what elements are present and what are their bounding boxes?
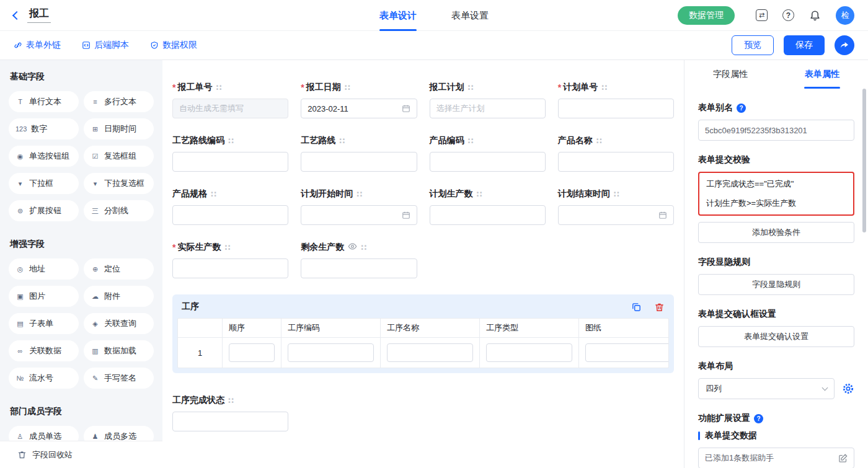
form-field[interactable]: * 工艺路线编码 ∷: [172, 135, 288, 172]
sidebar-field-item[interactable]: ◈ 关联查询: [84, 313, 154, 334]
field-input[interactable]: [172, 412, 288, 431]
form-field[interactable]: * 剩余生产数 ∷: [301, 241, 417, 278]
field-input[interactable]: [301, 152, 417, 172]
subform-cell-input[interactable]: [288, 343, 374, 362]
drag-handle-icon[interactable]: ∷: [339, 137, 345, 145]
sidebar-field-item[interactable]: ◎ 地址: [9, 258, 79, 280]
sidebar-field-item[interactable]: 123 数字: [9, 118, 79, 139]
field-input[interactable]: [430, 152, 546, 172]
form-field[interactable]: * 计划单号 ∷: [558, 81, 674, 118]
sidebar-field-item[interactable]: ≡ 多行文本: [84, 91, 154, 112]
validation-rule[interactable]: 工序完成状态=="已完成": [706, 179, 846, 190]
field-input[interactable]: [301, 205, 417, 225]
sidebar-field-item[interactable]: 三 分割线: [84, 200, 154, 221]
sidebar-field-item[interactable]: ◉ 单选按钮组: [9, 146, 79, 167]
field-input[interactable]: [172, 258, 288, 278]
drag-handle-icon[interactable]: ∷: [228, 397, 234, 405]
field-input[interactable]: [172, 152, 288, 172]
sidebar-field-item[interactable]: ▾ 下拉复选框: [84, 173, 154, 194]
drag-handle-icon[interactable]: ∷: [356, 190, 362, 198]
field-input[interactable]: [558, 99, 674, 118]
form-field[interactable]: * 产品规格 ∷: [172, 188, 288, 225]
help-icon[interactable]: ?: [782, 9, 794, 21]
form-field[interactable]: * 报工日期 ∷ 2023-02-11: [301, 81, 417, 118]
form-field[interactable]: * 报工单号 ∷ 自动生成无需填写: [172, 81, 288, 118]
form-field[interactable]: * 计划生产数 ∷: [430, 188, 546, 225]
subform-copy-button[interactable]: [631, 302, 642, 312]
sidebar-field-item[interactable]: ∞ 关联数据: [9, 340, 79, 361]
form-field[interactable]: * 报工计划 ∷ 选择生产计划: [430, 81, 546, 118]
sidebar-field-item[interactable]: ▥ 数据加载: [84, 340, 154, 361]
drag-handle-icon[interactable]: ∷: [361, 244, 366, 252]
field-input[interactable]: [558, 152, 674, 172]
add-validation-button[interactable]: 添加校验条件: [698, 222, 854, 243]
field-input[interactable]: [430, 205, 546, 225]
sidebar-field-item[interactable]: ☑ 复选框组: [84, 146, 154, 167]
drag-handle-icon[interactable]: ∷: [468, 137, 474, 145]
data-permission-item[interactable]: 数据权限: [150, 40, 197, 51]
hidden-eye-icon[interactable]: [348, 242, 357, 253]
sidebar-field-item[interactable]: ⊞ 日期时间: [84, 118, 154, 139]
extension-help-icon[interactable]: ?: [754, 414, 763, 423]
field-input[interactable]: 选择生产计划: [430, 99, 546, 118]
layout-gear-button[interactable]: [842, 382, 854, 395]
validation-rule[interactable]: 计划生产数>=实际生产数: [706, 198, 846, 209]
form-field[interactable]: * 计划结束时间 ∷: [558, 188, 674, 225]
backend-script-item[interactable]: 后端脚本: [82, 40, 129, 51]
form-field[interactable]: * 实际生产数 ∷: [172, 241, 288, 278]
sidebar-field-item[interactable]: ▤ 子表单: [9, 313, 79, 334]
form-field[interactable]: * 工艺路线 ∷: [301, 135, 417, 172]
submit-confirm-button[interactable]: 表单提交确认设置: [698, 326, 854, 347]
calendar-icon[interactable]: [402, 211, 410, 219]
notification-bell-icon[interactable]: [809, 9, 821, 21]
sidebar-field-item[interactable]: ⊕ 定位: [84, 258, 154, 280]
subform-cell-input[interactable]: [387, 343, 473, 362]
external-link-item[interactable]: 表单外链: [14, 40, 61, 51]
sidebar-field-item[interactable]: ▣ 图片: [9, 286, 79, 307]
back-icon[interactable]: [12, 11, 21, 20]
drag-handle-icon[interactable]: ∷: [345, 84, 350, 92]
alias-help-icon[interactable]: ?: [737, 104, 746, 113]
panel-scrollbar[interactable]: [862, 89, 866, 232]
form-field[interactable]: * 产品编码 ∷: [430, 135, 546, 172]
field-input[interactable]: 自动生成无需填写: [172, 99, 288, 118]
sidebar-field-item[interactable]: ⊜ 扩展按钮: [9, 200, 79, 221]
form-field[interactable]: * 工序完成状态 ∷: [172, 394, 288, 431]
calendar-icon[interactable]: [658, 211, 667, 219]
tab-form-settings[interactable]: 表单设置: [451, 0, 489, 31]
tab-form-design[interactable]: 表单设计: [379, 0, 417, 31]
drag-handle-icon[interactable]: ∷: [614, 190, 619, 198]
tab-form-properties[interactable]: 表单属性: [776, 60, 868, 89]
field-input[interactable]: 2023-02-11: [301, 99, 417, 118]
form-field[interactable]: * 产品名称 ∷: [558, 135, 674, 172]
data-manage-button[interactable]: 数据管理: [678, 6, 735, 25]
subform-delete-button[interactable]: [654, 302, 665, 312]
avatar[interactable]: 检: [836, 6, 854, 25]
sidebar-field-item[interactable]: ▾ 下拉框: [9, 173, 79, 194]
subform-cell-input[interactable]: [486, 343, 572, 362]
drag-handle-icon[interactable]: ∷: [477, 190, 482, 198]
field-input[interactable]: [172, 205, 288, 225]
visibility-rules-button[interactable]: 字段显隐规则: [698, 274, 854, 295]
sidebar-field-item[interactable]: ☁ 附件: [84, 286, 154, 307]
preview-button[interactable]: 预览: [732, 35, 774, 55]
layout-select[interactable]: 四列: [698, 378, 835, 399]
workspace-switch-icon[interactable]: ⇄: [756, 9, 768, 21]
subform-cell-input[interactable]: [229, 343, 275, 362]
drag-handle-icon[interactable]: ∷: [468, 84, 474, 92]
field-input[interactable]: [301, 258, 417, 278]
sidebar-field-item[interactable]: T 单行文本: [9, 91, 79, 112]
drag-handle-icon[interactable]: ∷: [596, 137, 602, 145]
sidebar-field-item[interactable]: ✎ 手写签名: [84, 368, 154, 389]
save-button[interactable]: 保存: [784, 35, 825, 55]
tab-field-properties[interactable]: 字段属性: [684, 60, 776, 89]
drag-handle-icon[interactable]: ∷: [228, 137, 234, 145]
calendar-icon[interactable]: [402, 104, 410, 113]
form-alias-input[interactable]: 5cbc0e919f52235f3b313201: [698, 120, 854, 141]
drag-handle-icon[interactable]: ∷: [216, 84, 221, 92]
share-button[interactable]: [835, 35, 854, 55]
drag-handle-icon[interactable]: ∷: [601, 84, 607, 92]
subform-cell-input[interactable]: [585, 343, 669, 362]
drag-handle-icon[interactable]: ∷: [211, 190, 216, 198]
form-field[interactable]: * 计划开始时间 ∷: [301, 188, 417, 225]
